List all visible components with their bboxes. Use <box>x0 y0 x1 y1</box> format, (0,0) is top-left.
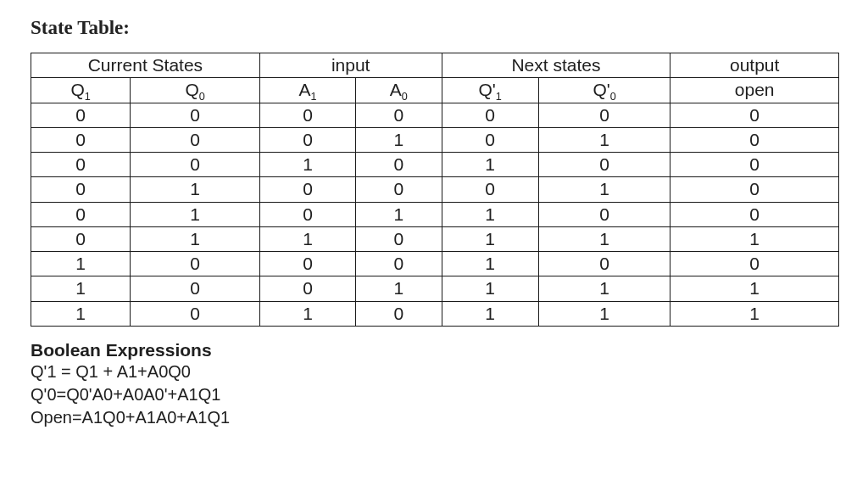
cell: 1 <box>442 202 538 226</box>
cell: 0 <box>538 252 670 276</box>
cell: 1 <box>31 252 131 276</box>
cell: 1 <box>131 177 259 202</box>
header-col-row: Q1 Q0 A1 A0 Q'1 Q'0 open <box>31 78 839 103</box>
cell: 0 <box>31 103 131 127</box>
cell: 1 <box>442 252 538 276</box>
header-qp1-base: Q' <box>478 80 495 99</box>
header-qp0-sub: 0 <box>610 91 616 103</box>
header-input: input <box>259 53 442 78</box>
cell: 1 <box>670 226 839 251</box>
cell: 0 <box>538 153 670 177</box>
table-row: 0 0 0 0 0 0 0 <box>31 103 839 127</box>
cell: 0 <box>259 103 355 127</box>
cell: 1 <box>538 127 670 152</box>
cell: 0 <box>670 177 839 202</box>
header-q1: Q1 <box>31 78 131 103</box>
cell: 0 <box>259 177 355 202</box>
boolean-expressions-heading: Boolean Expressions <box>31 340 837 360</box>
cell: 0 <box>670 127 839 152</box>
header-qp1: Q'1 <box>442 78 538 103</box>
table-row: 1 0 0 0 1 0 0 <box>31 252 839 276</box>
header-a1: A1 <box>259 78 355 103</box>
cell: 0 <box>538 103 670 127</box>
boolean-expressions: Q'1 = Q1 + A1+A0Q0 Q'0=Q0'A0+A0A0'+A1Q1 … <box>31 360 837 429</box>
table-row: 0 0 0 1 0 1 0 <box>31 127 839 152</box>
header-a0-sub: 0 <box>402 91 408 103</box>
cell: 0 <box>356 226 442 251</box>
cell: 0 <box>442 103 538 127</box>
cell: 1 <box>670 276 839 301</box>
header-qp0: Q'0 <box>538 78 670 103</box>
header-output: output <box>670 53 839 78</box>
header-open: open <box>670 78 839 103</box>
header-q1-base: Q <box>71 80 85 99</box>
header-q1-sub: 1 <box>85 91 91 103</box>
header-qp0-base: Q' <box>593 80 609 99</box>
header-group-row: Current States input Next states output <box>31 53 839 78</box>
cell: 0 <box>259 127 355 152</box>
cell: 1 <box>538 226 670 251</box>
cell: 0 <box>259 202 355 226</box>
cell: 0 <box>259 276 355 301</box>
cell: 1 <box>259 153 355 177</box>
cell: 1 <box>356 127 442 152</box>
cell: 0 <box>442 177 538 202</box>
cell: 1 <box>538 177 670 202</box>
expr-qp0: Q'0=Q0'A0+A0A0'+A1Q1 <box>31 383 837 406</box>
header-a1-sub: 1 <box>311 91 317 103</box>
cell: 0 <box>356 103 442 127</box>
cell: 0 <box>670 103 839 127</box>
cell: 0 <box>356 301 442 326</box>
header-next-states: Next states <box>442 53 670 78</box>
cell: 1 <box>31 276 131 301</box>
header-q0-sub: 0 <box>199 91 205 103</box>
cell: 0 <box>670 202 839 226</box>
cell: 0 <box>131 127 259 152</box>
header-current-states: Current States <box>31 53 260 78</box>
header-q0: Q0 <box>131 78 259 103</box>
cell: 0 <box>259 252 355 276</box>
cell: 0 <box>131 103 259 127</box>
cell: 1 <box>442 153 538 177</box>
cell: 0 <box>442 127 538 152</box>
header-q0-base: Q <box>185 80 198 99</box>
cell: 0 <box>670 153 839 177</box>
cell: 1 <box>131 202 259 226</box>
state-table: Current States input Next states output … <box>31 53 839 327</box>
cell: 0 <box>670 252 839 276</box>
cell: 0 <box>131 301 259 326</box>
cell: 1 <box>356 202 442 226</box>
cell: 0 <box>356 177 442 202</box>
header-a0-base: A <box>390 80 402 99</box>
cell: 1 <box>538 276 670 301</box>
cell: 0 <box>31 202 131 226</box>
table-row: 1 0 0 1 1 1 1 <box>31 276 839 301</box>
expr-open: Open=A1Q0+A1A0+A1Q1 <box>31 406 837 429</box>
cell: 1 <box>131 226 259 251</box>
table-row: 0 1 1 0 1 1 1 <box>31 226 839 251</box>
cell: 0 <box>356 153 442 177</box>
expr-qp1: Q'1 = Q1 + A1+A0Q0 <box>31 360 837 383</box>
cell: 1 <box>442 226 538 251</box>
cell: 1 <box>356 276 442 301</box>
cell: 1 <box>259 301 355 326</box>
cell: 0 <box>31 127 131 152</box>
cell: 1 <box>259 226 355 251</box>
header-a1-base: A <box>298 80 310 99</box>
cell: 1 <box>538 301 670 326</box>
header-qp1-sub: 1 <box>496 91 502 103</box>
cell: 0 <box>31 153 131 177</box>
cell: 0 <box>131 276 259 301</box>
cell: 1 <box>442 276 538 301</box>
cell: 0 <box>356 252 442 276</box>
cell: 0 <box>538 202 670 226</box>
table-row: 0 1 0 1 1 0 0 <box>31 202 839 226</box>
cell: 1 <box>442 301 538 326</box>
cell: 1 <box>31 301 131 326</box>
cell: 0 <box>131 153 259 177</box>
cell: 0 <box>131 252 259 276</box>
cell: 0 <box>31 226 131 251</box>
header-a0: A0 <box>356 78 442 103</box>
table-row: 0 1 0 0 0 1 0 <box>31 177 839 202</box>
cell: 1 <box>670 301 839 326</box>
